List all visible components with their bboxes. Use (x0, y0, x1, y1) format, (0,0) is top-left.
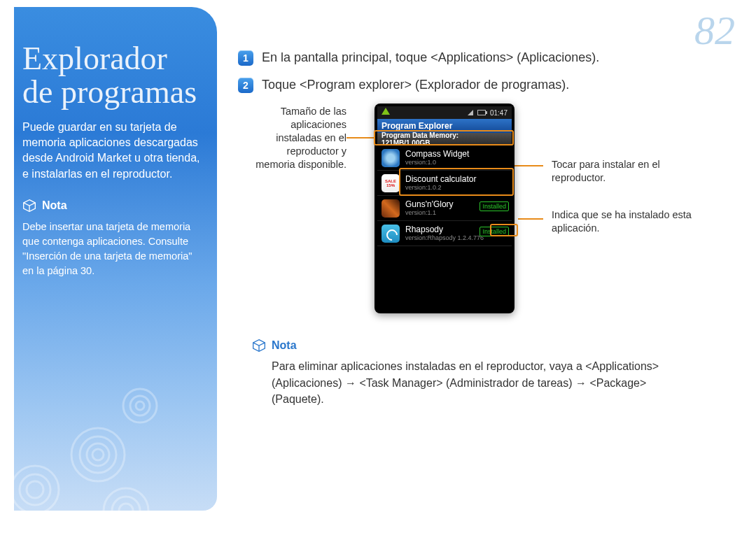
installed-badge: Installed (479, 227, 509, 236)
sidebar: Explorador de programas Puede guardar en… (14, 7, 217, 511)
step-badge-1: 1 (238, 50, 253, 66)
android-icon (382, 108, 390, 115)
title-line-2: de programas (22, 74, 197, 110)
page-title: Explorador de programas (22, 42, 204, 110)
step-2: 2 Toque <Program explorer> (Explorador d… (238, 76, 735, 94)
guns-icon (382, 199, 400, 218)
nota-heading: Nota (252, 339, 735, 353)
svg-point-1 (27, 481, 43, 498)
page-number: 82 (694, 7, 735, 54)
svg-point-3 (14, 466, 59, 511)
main-content: 1 En la pantalla principal, toque <Appli… (238, 49, 735, 407)
memory-row: Program Data Memory: 121MB/1.00GB (377, 133, 512, 145)
sidebar-note: Debe insertar una tarjeta de memoria que… (22, 220, 204, 278)
callout-install: Tocar para instalar en el reproductor. (552, 158, 706, 185)
callout-memory: Tamaño de las aplicaciones instaladas en… (252, 105, 346, 171)
status-bar: 01:47 (377, 106, 512, 119)
nota-heading: Nota (22, 199, 204, 213)
svg-point-4 (92, 449, 104, 460)
callout-installed: Indica que se ha instalado esta aplicaci… (552, 208, 706, 235)
svg-point-2 (20, 474, 50, 505)
svg-point-8 (136, 401, 144, 410)
svg-point-9 (130, 396, 150, 415)
app-row[interactable]: SALE15%Discount calculatorversion:1.0.2 (377, 171, 512, 196)
sidebar-intro: Puede guardar en su tarjeta de memoria a… (22, 120, 204, 183)
bottom-note: Nota Para eliminar aplicaciones instalad… (252, 339, 735, 407)
step-text-1: En la pantalla principal, toque <Applica… (262, 49, 599, 66)
app-version: version:1.0.2 (405, 184, 507, 191)
leader-line (514, 165, 543, 166)
app-row[interactable]: Rhapsodyversion:Rhapsody 1.2.4.776Instal… (377, 221, 512, 246)
app-meta: Discount calculatorversion:1.0.2 (405, 175, 507, 191)
leader-line (346, 137, 374, 138)
svg-point-11 (119, 504, 133, 511)
sale-icon: SALE15% (382, 174, 400, 192)
nota-label: Nota (42, 199, 67, 212)
app-list: Compass Widgetversion:1.0SALE15%Discount… (377, 145, 512, 246)
step-1: 1 En la pantalla principal, toque <Appli… (238, 49, 735, 66)
app-row[interactable]: Guns'n'Gloryversion:1.1Installed (377, 196, 512, 221)
nota-label: Nota (272, 339, 297, 352)
decorative-circles (14, 350, 175, 511)
compass-icon (382, 149, 400, 167)
svg-point-13 (104, 488, 148, 511)
status-clock: 01:47 (490, 109, 507, 117)
app-name: Compass Widget (405, 150, 507, 159)
app-meta: Compass Widgetversion:1.0 (405, 150, 507, 166)
app-row[interactable]: Compass Widgetversion:1.0 (377, 145, 512, 171)
step-text-2: Toque <Program explorer> (Explorador de … (262, 76, 569, 94)
leader-line (518, 218, 543, 220)
svg-point-5 (87, 443, 109, 466)
battery-icon (477, 110, 486, 115)
app-version: version:1.0 (405, 159, 507, 166)
box-icon (22, 199, 36, 213)
installed-badge: Installed (479, 201, 509, 211)
svg-point-10 (123, 389, 157, 422)
app-name: Discount calculator (405, 175, 507, 184)
signal-icon (468, 110, 473, 115)
title-line-1: Explorador (22, 41, 167, 76)
step-badge-2: 2 (238, 78, 253, 93)
bottom-note-text: Para eliminar aplicaciones instaladas en… (252, 358, 700, 407)
rhap-icon (382, 225, 400, 243)
svg-point-6 (80, 436, 116, 473)
diagram: Tamaño de las aplicaciones instaladas en… (252, 104, 735, 313)
box-icon (252, 339, 266, 353)
phone-screenshot: 01:47 Program Explorer Program Data Memo… (374, 104, 514, 313)
